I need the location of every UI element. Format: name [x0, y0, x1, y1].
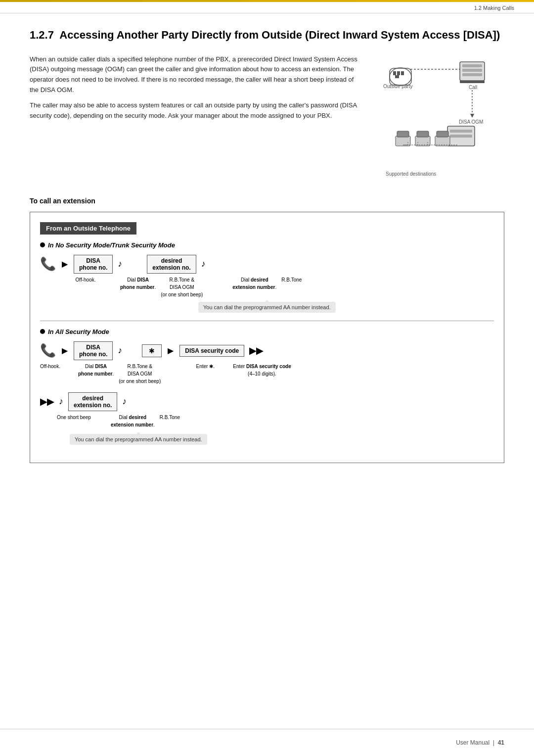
all-security-mode: In All Security Mode 📞 ▶ DISAphone no. ♪ — [40, 328, 494, 445]
svg-rect-20 — [450, 135, 472, 138]
intro-paragraph-1: When an outside caller dials a specified… — [30, 54, 361, 95]
rbtone-step-3: ♪ — [118, 345, 122, 356]
music-note-1: ♪ — [118, 259, 122, 269]
svg-marker-16 — [470, 114, 474, 118]
to-call-title: To call an extension — [30, 197, 504, 205]
arrow-2: ▶ — [62, 346, 68, 355]
rbtone-step-4: ♪ — [59, 396, 63, 407]
svg-text:Call: Call — [469, 85, 477, 90]
disa-security-box: DISA security code — [179, 345, 244, 357]
all-security-continuation: ▶▶ ♪ desiredextension no. ♪ — [40, 392, 494, 411]
rbtone-step-5: ♪ — [122, 396, 127, 407]
music-note-2: ♪ — [201, 259, 206, 269]
double-arrow-2: ▶▶ — [40, 396, 54, 407]
rbtone-step-1: ♪ — [118, 259, 122, 269]
desired-ext-step: desiredextension no. — [147, 255, 196, 274]
intro-paragraph-2: The caller may also be able to access sy… — [30, 100, 361, 121]
svg-rect-3 — [397, 71, 400, 75]
desired-ext-box-2: desiredextension no. — [68, 392, 117, 411]
bullet-2 — [40, 329, 45, 334]
separator-1 — [40, 321, 494, 321]
svg-rect-26 — [437, 131, 448, 137]
arrow-1: ▶ — [62, 259, 68, 269]
aa-note-2: You can dial the preprogrammed AA number… — [70, 432, 207, 445]
disa-box-step: DISAphone no. — [74, 255, 113, 274]
header-bar: 1.2 Making Calls — [0, 2, 534, 13]
from-outside-header: From an Outside Telephone — [40, 222, 136, 235]
disa-phone-box-2: DISAphone no. — [74, 341, 113, 360]
music-note-4: ♪ — [59, 396, 63, 407]
phone-icon-1: 📞 — [40, 256, 56, 272]
page-footer: User Manual | 41 — [0, 729, 534, 756]
desired-ext-box: desiredextension no. — [147, 255, 196, 274]
music-note-5: ♪ — [122, 396, 127, 407]
svg-rect-19 — [450, 130, 472, 133]
note-bubble-1: You can dial the preprogrammed AA number… — [198, 302, 336, 313]
off-hook-step-2: 📞 — [40, 343, 56, 358]
svg-rect-22 — [397, 131, 409, 137]
double-arrow-1: ▶▶ — [249, 345, 263, 356]
no-security-mode: In No Security Mode/Trunk Security Mode … — [40, 241, 494, 313]
label-dial-desired: Dial desiredextension number. — [232, 276, 276, 290]
label-rbtone-disa: R.B.Tone &DISA OGM(or one short beep) — [161, 276, 203, 298]
svg-rect-2 — [393, 71, 396, 75]
desired-ext-step-2: desiredextension no. — [68, 392, 117, 411]
star-step: ✱ — [142, 344, 162, 357]
music-note-3: ♪ — [118, 345, 122, 356]
phone-icon-2: 📞 — [40, 343, 56, 358]
footer-label: User Manual — [456, 739, 490, 746]
svg-rect-5 — [395, 75, 399, 78]
rbtone-step-2: ♪ — [201, 259, 206, 269]
note-bubble-2: You can dial the preprogrammed AA number… — [70, 434, 207, 445]
page-number: 41 — [498, 739, 504, 746]
bullet-1 — [40, 242, 45, 247]
no-security-title: In No Security Mode/Trunk Security Mode — [40, 241, 494, 249]
section-title: 1.2.7 Accessing Another Party Directly f… — [30, 28, 504, 43]
disa-diagram: Outside party Call — [381, 54, 499, 183]
aa-note-1: You can dial the preprogrammed AA number… — [198, 300, 336, 313]
svg-text:DISA OGM: DISA OGM — [459, 119, 483, 125]
svg-rect-24 — [417, 131, 429, 137]
star-box: ✱ — [142, 344, 162, 357]
all-security-labels-1: Off-hook. Dial DISAphone number. R.B.Ton… — [40, 362, 494, 384]
svg-text:Supported destinations: Supported destinations — [386, 171, 436, 177]
svg-rect-10 — [462, 64, 482, 67]
all-security-labels-2: One short beep Dial desiredextension num… — [40, 413, 494, 428]
label-dial-disa: Dial DISAphone number. — [120, 276, 156, 290]
intro-text: When an outside caller dials a specified… — [30, 54, 361, 183]
arrow-3: ▶ — [168, 346, 174, 355]
svg-point-0 — [390, 68, 411, 86]
disa-phone-box: DISAphone no. — [74, 255, 113, 274]
section-label: 1.2 Making Calls — [474, 5, 514, 11]
svg-rect-11 — [462, 69, 482, 72]
all-security-flow-row: 📞 ▶ DISAphone no. ♪ ✱ ▶ — [40, 341, 494, 360]
svg-rect-4 — [401, 71, 404, 75]
svg-text:Outside party: Outside party — [383, 84, 412, 89]
intro-section: When an outside caller dials a specified… — [30, 54, 504, 183]
off-hook-step: 📞 — [40, 256, 56, 272]
disa-security-step: DISA security code — [179, 345, 244, 357]
no-security-labels: Off-hook. Dial DISAphone number. R.B.Ton… — [40, 276, 494, 298]
content-area: 1.2.7 Accessing Another Party Directly f… — [0, 13, 534, 483]
diagram-area: Outside party Call — [376, 54, 504, 183]
svg-rect-25 — [435, 136, 450, 146]
disa-box-step-2: DISAphone no. — [74, 341, 113, 360]
all-security-title: In All Security Mode — [40, 328, 494, 335]
flow-box: From an Outside Telephone In No Security… — [30, 212, 504, 463]
label-off-hook: Off-hook. — [71, 276, 100, 283]
label-rbtone-2: R.B.Tone — [281, 276, 302, 283]
svg-rect-13 — [460, 81, 485, 83]
svg-rect-12 — [462, 73, 482, 76]
no-security-flow-row: 📞 ▶ DISAphone no. ♪ — [40, 255, 494, 274]
page-container: 1.2 Making Calls 1.2.7 Accessing Another… — [0, 0, 534, 756]
